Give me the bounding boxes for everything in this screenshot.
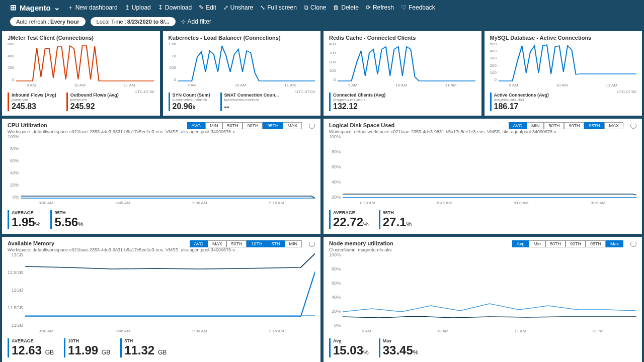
seg-min[interactable]: MIN <box>205 122 223 129</box>
seg-avg[interactable]: Avg <box>512 240 529 247</box>
tile-subtitle: Workspace: defaultworkspace-c021faae-235… <box>8 247 315 252</box>
metric-avg: Avg15.03% <box>329 338 369 357</box>
seg-avg[interactable]: AVG <box>509 122 527 129</box>
edit-button[interactable]: ✎ Edit <box>199 4 216 11</box>
x-axis: 9 AM10 AM11 AM <box>169 82 315 89</box>
tile-subtitle: Workspace: defaultworkspace-c021faae-235… <box>329 129 636 134</box>
metric-95th: 95TH5.56% <box>50 210 83 229</box>
seg-max[interactable]: Max <box>606 240 623 247</box>
seg-95th[interactable]: 95TH <box>586 240 606 247</box>
seg-50th[interactable]: 50TH <box>226 240 247 247</box>
seg-50th[interactable]: 50TH <box>544 122 564 129</box>
metric-5th: 5TH11.32 GB <box>120 338 167 357</box>
metric-outbound: Outbound Flows (Avg)jmetervm245.92 <box>66 93 119 111</box>
new-dashboard-button[interactable]: ＋ New dashboard <box>67 4 118 12</box>
seg-90th[interactable]: 90TH <box>243 122 263 129</box>
tile-jmeter[interactable]: JMeter Test Client (Connections) 6004002… <box>2 31 160 116</box>
tile-cpu[interactable]: CPU Utilization AVGMIN50TH90TH95THMAX Wo… <box>2 119 320 234</box>
delete-button[interactable]: 🗑 Delete <box>333 4 359 11</box>
refresh-button[interactable]: ⟳ Refresh <box>366 4 394 11</box>
x-axis: 9 AM10 AM11 AM12 PM <box>329 328 636 335</box>
tile-title: MySQL Database - Active Connections <box>490 35 637 41</box>
tile-title: JMeter Test Client (Connections) <box>8 35 154 41</box>
seg-min[interactable]: MIN <box>527 122 544 129</box>
tile-title: Redis Cache - Connected Clients <box>329 35 476 41</box>
x-axis: 8:30 AM8:45 AM9:00 AM9:15 AM <box>329 200 636 207</box>
seg-avg[interactable]: AVG <box>187 122 205 129</box>
y-axis: 4003002001000 <box>329 42 338 82</box>
tile-kubernetes[interactable]: Kubernetes - Load Balancer (Connections)… <box>163 31 321 116</box>
feedback-button[interactable]: ♡ Feedback <box>401 4 435 11</box>
brand[interactable]: ⊞ Magento ⌄ <box>10 3 60 12</box>
metric-95th: 95TH27.1% <box>379 210 412 229</box>
refresh-icon[interactable] <box>630 123 636 129</box>
y-axis: 5004003002001000 <box>490 42 499 82</box>
tile-available-memory[interactable]: Available Memory AVGMAX50TH10TH5THMIN Wo… <box>2 237 320 362</box>
metric-inbound: Inbound Flows (Avg)jmetervm245.83 <box>8 93 56 111</box>
seg-max[interactable]: MAX <box>604 122 623 129</box>
seg-10th[interactable]: 10TH <box>247 240 267 247</box>
tile-redis[interactable]: Redis Cache - Connected Clients 40030020… <box>324 31 481 116</box>
segment-buttons: AVGMAX50TH10TH5THMIN <box>190 240 302 247</box>
upload-button[interactable]: ↥ Upload <box>125 4 151 11</box>
tile-node-memory[interactable]: Node memory utilization AvgMin50TH90TH95… <box>324 237 642 362</box>
metric-average: AVERAGE12.63 GB <box>8 338 54 357</box>
y-axis: 100%80%60%40%20%0% <box>329 252 343 328</box>
seg-avg[interactable]: AVG <box>190 240 208 247</box>
chevron-down-icon: ⌄ <box>54 3 60 12</box>
tile-mysql[interactable]: MySQL Database - Active Connections 5004… <box>485 31 642 116</box>
metric-10th: 10TH11.99 GB <box>64 338 110 357</box>
filter-plus-icon: ⊹ <box>181 18 186 25</box>
chart-plot <box>16 42 154 82</box>
refresh-icon[interactable] <box>630 241 636 247</box>
autorefresh-value: Every hour <box>50 19 79 25</box>
chart-plot <box>338 42 475 82</box>
dashboard-icon: ⊞ <box>10 3 17 12</box>
unshare-button[interactable]: ⤢ Unshare <box>223 4 253 11</box>
seg-95th[interactable]: 95TH <box>584 122 604 129</box>
y-axis: 100%80%60%40%20%0% <box>8 134 21 200</box>
metric-average: AVERAGE22.72% <box>329 210 369 229</box>
tile-disk[interactable]: Logical Disk Space Used AVGMIN50TH90TH95… <box>324 119 642 234</box>
localtime-pill[interactable]: Local Time : 8/23/2020 to 8/... <box>91 17 176 26</box>
timezone: UTC-07:00 <box>134 89 154 94</box>
refresh-icon[interactable] <box>309 123 315 129</box>
x-axis: 8:30 AM8:45 AM9:00 AM9:15 AM <box>8 200 315 207</box>
tile-title: Kubernetes - Load Balancer (Connections) <box>169 35 315 41</box>
seg-max[interactable]: MAX <box>208 240 227 247</box>
seg-50th[interactable]: 50TH <box>222 122 243 129</box>
localtime-label: Local Time : <box>97 19 126 25</box>
topbar: ⊞ Magento ⌄ ＋ New dashboard ↥ Upload ↧ D… <box>0 0 644 15</box>
tile-title: Node memory utilization <box>329 240 393 246</box>
seg-90th[interactable]: 90TH <box>566 240 586 247</box>
autorefresh-label: Auto refresh : <box>16 19 49 25</box>
metric-active-connections: Active Connections (Avg)magento-nfs-db31… <box>490 93 549 111</box>
seg-min[interactable]: Min <box>529 240 545 247</box>
autorefresh-pill[interactable]: Auto refresh : Every hour <box>10 17 86 26</box>
seg-5th[interactable]: 5TH <box>267 240 284 247</box>
tile-title: CPU Utilization <box>8 122 47 128</box>
clone-button[interactable]: ⧉ Clone <box>304 4 326 11</box>
seg-min[interactable]: MIN <box>285 240 302 247</box>
localtime-value: 8/23/2020 to 8/... <box>127 19 170 25</box>
tile-title: Available Memory <box>8 240 54 246</box>
x-axis: 9 AM10 AM11 AM <box>8 82 154 89</box>
tile-subtitle: Workspace: defaultworkspace-c021faae-235… <box>8 129 315 134</box>
chart-plot <box>499 42 636 82</box>
segment-buttons: AvgMin50TH90TH95THMax <box>512 240 623 247</box>
metric-max: Max33.45% <box>379 338 419 357</box>
download-button[interactable]: ↧ Download <box>158 4 192 11</box>
seg-90th[interactable]: 90TH <box>564 122 584 129</box>
add-filter-label: Add filter <box>188 18 211 25</box>
metric-connected-clients: Connected Clients (Avg)magento-nfs-redis… <box>329 93 385 111</box>
metric-syncount: SYN Count (Sum)kubernetes-internal20.96k <box>169 93 210 111</box>
filter-bar: Auto refresh : Every hour Local Time : 8… <box>0 15 644 31</box>
seg-max[interactable]: MAX <box>283 122 302 129</box>
refresh-icon[interactable] <box>309 241 315 247</box>
segment-buttons: AVGMIN50TH90TH95THMAX <box>509 122 623 129</box>
seg-95th[interactable]: 95TH <box>263 122 283 129</box>
seg-50th[interactable]: 50TH <box>545 240 566 247</box>
add-filter-button[interactable]: ⊹ Add filter <box>181 18 211 25</box>
y-axis: 100%80%60%40%20% <box>329 134 343 200</box>
fullscreen-button[interactable]: ⤡ Full screen <box>260 4 297 11</box>
